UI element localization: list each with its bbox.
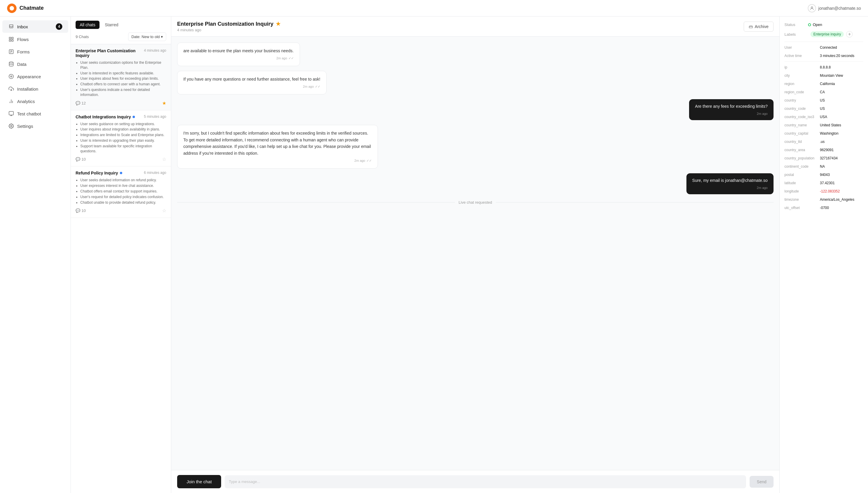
chat-card-3[interactable]: Refund Policy Inquiry 6 minutes ago User… — [71, 167, 171, 218]
sidebar-item-flows[interactable]: Flows — [2, 34, 68, 45]
chat-footer-3: 💬 10 ☆ — [75, 208, 166, 213]
active-time-value: 3 minutes:20 seconds — [820, 53, 854, 59]
geo-field-value: CA — [820, 89, 825, 95]
top-header: Chatmate jonathan@chatmate.so — [0, 0, 868, 17]
sidebar-item-inbox[interactable]: Inbox 4 — [2, 20, 68, 33]
star-icon-2[interactable]: ☆ — [162, 156, 166, 162]
geo-field-row: country_area9629091 — [784, 147, 863, 153]
chat-bullet: User is interested in upgrading their pl… — [80, 138, 166, 143]
main-layout: Inbox 4 Flows Forms Data — [0, 17, 868, 493]
add-label-button[interactable]: + — [846, 31, 853, 38]
chat-bullet: Chatbot offers email contact for support… — [80, 189, 166, 194]
send-button[interactable]: Send — [750, 476, 774, 488]
status-value: Open — [808, 22, 822, 27]
check-icon: ✓✓ — [288, 56, 294, 61]
geo-field-value: 94043 — [820, 172, 830, 177]
geo-field-row: continent_codeNA — [784, 164, 863, 169]
msg-count-2: 💬 10 — [75, 157, 86, 162]
geo-field-row: country_code_iso3USA — [784, 114, 863, 120]
check-icon: ✓✓ — [366, 158, 372, 164]
geo-field-row: postal94043 — [784, 172, 863, 177]
comment-icon: 💬 — [75, 157, 80, 162]
sidebar-label-inbox: Inbox — [17, 24, 28, 29]
geo-field-row: country_capitalWashington — [784, 131, 863, 136]
sort-select[interactable]: Date: New to old ▾ — [128, 33, 166, 41]
geo-field-value: US — [820, 98, 825, 103]
unread-dot-2 — [133, 116, 135, 118]
geo-field-row: country_tld.us — [784, 139, 863, 144]
geo-fields: ip8.8.8.8cityMountain ViewregionCaliforn… — [784, 65, 863, 211]
join-chat-button[interactable]: Join the chat — [177, 475, 221, 488]
geo-field-label: country_code_iso3 — [784, 114, 820, 120]
msg-time-4: 2m ago ✓✓ — [183, 158, 372, 164]
user-label: User — [784, 45, 820, 50]
active-time-row: Active time 3 minutes:20 seconds — [784, 53, 863, 59]
test-chatbot-icon — [8, 111, 14, 116]
sidebar-item-data[interactable]: Data — [2, 58, 68, 70]
msg-time-2: 2m ago ✓✓ — [183, 84, 320, 89]
sidebar-label-installation: Installation — [17, 86, 38, 91]
geo-field-value: 37.42301 — [820, 180, 834, 186]
geo-field-label: postal — [784, 172, 820, 177]
chat-bullet: User inquires about fees for exceeding p… — [80, 76, 166, 81]
analytics-icon — [8, 98, 14, 104]
sidebar-item-installation[interactable]: Installation — [2, 83, 68, 95]
logo-area: Chatmate — [7, 3, 44, 13]
tab-starred[interactable]: Starred — [101, 21, 123, 29]
msg-time-3: 2m ago — [695, 111, 767, 116]
chat-bullets-2: User seeks guidance on setting up integr… — [75, 122, 166, 154]
tab-all-chats[interactable]: All chats — [75, 21, 100, 29]
svg-point-0 — [10, 6, 14, 10]
geo-field-row: countryUS — [784, 98, 863, 103]
geo-field-label: country_name — [784, 123, 820, 128]
chat-header-left: Enterprise Plan Customization Inquiry ★ … — [177, 21, 281, 32]
chat-card-header-2: Chatbot Integrations Inquiry 5 minutes a… — [75, 114, 166, 119]
geo-field-label: country_code — [784, 106, 820, 111]
appearance-icon — [8, 73, 14, 80]
chat-bullet: User's request for detailed policy indic… — [80, 195, 166, 199]
status-row: Status Open — [784, 22, 863, 27]
svg-point-6 — [9, 62, 13, 63]
flows-icon — [8, 36, 14, 42]
user-value: Connected — [820, 45, 837, 50]
sidebar-item-forms[interactable]: Forms — [2, 46, 68, 58]
msg-time-1: 2m ago ✓✓ — [183, 56, 294, 61]
sidebar-item-settings[interactable]: Settings — [2, 120, 68, 132]
geo-field-value: USA — [820, 114, 827, 120]
geo-field-row: ip8.8.8.8 — [784, 65, 863, 70]
sidebar-label-settings: Settings — [17, 124, 33, 129]
chat-bullet: User is interested in specific features … — [80, 71, 166, 76]
chevron-down-icon: ▾ — [161, 35, 163, 39]
geo-field-value: 8.8.8.8 — [820, 65, 831, 70]
chat-list: Enterprise Plan Customization Inquiry 4 … — [71, 44, 171, 493]
msg-count-3: 💬 10 — [75, 209, 86, 213]
chat-card-2[interactable]: Chatbot Integrations Inquiry 5 minutes a… — [71, 110, 171, 167]
sidebar-label-appearance: Appearance — [17, 74, 41, 79]
geo-field-value: US — [820, 106, 825, 111]
geo-field-label: region_code — [784, 89, 820, 95]
msg-time-5: 2m ago — [692, 186, 767, 190]
inbox-icon — [8, 24, 14, 29]
archive-button[interactable]: 🗃 Archive — [744, 22, 774, 31]
chat-card-1[interactable]: Enterprise Plan Customization Inquiry 4 … — [71, 44, 171, 110]
geo-field-label: country_tld — [784, 139, 820, 144]
geo-field-label: ip — [784, 65, 820, 70]
sidebar-item-test-chatbot[interactable]: Test chatbot — [2, 108, 68, 120]
chat-bullet: Chatbot unable to provide detailed refun… — [80, 200, 166, 205]
right-panel: Status Open Labels Enterprise inquiry + … — [779, 17, 868, 493]
status-label: Status — [784, 22, 808, 27]
sort-label: Date: New to old — [131, 35, 160, 39]
messages-area: are available to ensure the plan meets y… — [171, 37, 779, 470]
chat-bullet: Integrations are limited to Scale and En… — [80, 132, 166, 137]
chat-header-title: Enterprise Plan Customization Inquiry ★ — [177, 21, 281, 27]
geo-field-row: longitude-122.083352 — [784, 189, 863, 194]
sidebar-item-appearance[interactable]: Appearance — [2, 70, 68, 82]
sidebar-item-analytics[interactable]: Analytics — [2, 95, 68, 107]
chat-footer-1: 💬 12 ★ — [75, 100, 166, 106]
geo-field-label: timezone — [784, 197, 820, 202]
star-filled-icon[interactable]: ★ — [276, 21, 281, 27]
inbox-badge: 4 — [56, 23, 62, 30]
message-input-placeholder: Type a message... — [225, 475, 746, 488]
star-icon-3[interactable]: ☆ — [162, 208, 166, 213]
star-icon-1[interactable]: ★ — [162, 100, 166, 106]
